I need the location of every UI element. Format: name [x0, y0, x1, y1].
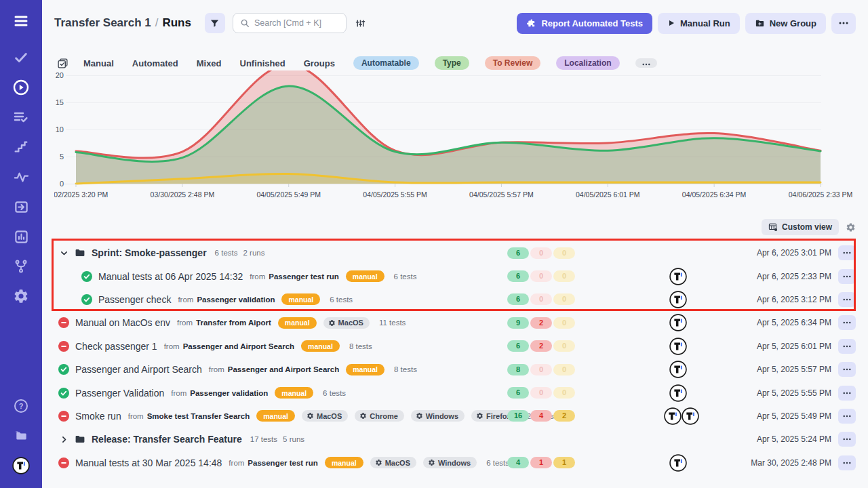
group-row[interactable]: Release: Transfer Search Feature17 tests…: [54, 428, 856, 451]
ellipsis-icon: [843, 392, 851, 394]
run-row[interactable]: Smoke runfromSmoke test Transfer Searchm…: [54, 405, 856, 428]
new-group-button[interactable]: New Group: [745, 13, 826, 34]
import-icon[interactable]: [11, 197, 31, 217]
run-source[interactable]: Passenger and Airport Search: [183, 342, 294, 350]
tab-groups[interactable]: Groups: [304, 58, 335, 68]
assignee-avatars: [669, 361, 687, 378]
group-title[interactable]: Sprint: Smoke-passenger: [92, 247, 207, 258]
run-row[interactable]: Passenger ValidationfromPassenger valida…: [54, 381, 856, 404]
play-circle-icon[interactable]: [11, 77, 31, 98]
ellipsis-icon: [843, 438, 851, 441]
passed-count: 6: [507, 340, 529, 352]
run-title[interactable]: Manual on MacOs env: [75, 317, 170, 328]
user-avatar-logo[interactable]: [11, 455, 31, 476]
run-source[interactable]: Passenger and Airport Search: [228, 365, 339, 373]
row-more-button[interactable]: [838, 339, 856, 354]
row-more-button[interactable]: [838, 245, 856, 260]
result-counts: 600: [507, 387, 575, 399]
run-title[interactable]: Passenger check: [98, 294, 171, 305]
run-date: Apr 6, 2025 3:01 PM: [757, 248, 831, 258]
analytics-icon[interactable]: [11, 226, 31, 247]
result-counts: 920: [507, 317, 575, 329]
status-failed-icon: [58, 411, 69, 422]
row-main: Manual tests at 30 Mar 2025 14:48fromPas…: [54, 457, 509, 468]
activity-icon[interactable]: [11, 167, 31, 187]
status-failed-icon: [58, 458, 69, 468]
manual-badge: manual: [325, 457, 363, 468]
run-row[interactable]: Passenger and Airport SearchfromPassenge…: [54, 358, 856, 381]
run-row[interactable]: Manual on MacOs envfromTransfer from Aip…: [54, 311, 856, 334]
view-settings-gear-icon[interactable]: [846, 222, 856, 232]
row-main: Passenger ValidationfromPassenger valida…: [54, 387, 346, 399]
menu-icon[interactable]: [11, 11, 31, 31]
svg-text:03/30/2025 2:48 PM: 03/30/2025 2:48 PM: [151, 190, 215, 199]
group-row[interactable]: Sprint: Smoke-passenger6 tests2 runs600A…: [54, 241, 856, 264]
report-automated-tests-button[interactable]: Report Automated Tests: [517, 13, 652, 34]
runs-list-icon[interactable]: [11, 107, 31, 127]
search-input[interactable]: [254, 18, 339, 28]
run-row[interactable]: Manual tests at 30 Mar 2025 14:48fromPas…: [54, 451, 856, 474]
run-title[interactable]: Passenger Validation: [75, 388, 164, 399]
run-title[interactable]: Manual tests at 06 Apr 2025 14:32: [98, 271, 243, 282]
filter-button[interactable]: [205, 13, 225, 33]
run-source[interactable]: Passenger validation: [197, 296, 275, 304]
chevron-right-icon[interactable]: [60, 435, 68, 444]
run-source[interactable]: Transfer from Aiport: [196, 319, 271, 327]
user-avatar: [669, 268, 687, 285]
check-icon[interactable]: [11, 47, 31, 68]
run-title[interactable]: Smoke run: [75, 411, 121, 422]
run-source[interactable]: Passenger test run: [248, 459, 318, 467]
result-counts: 1642: [507, 410, 575, 422]
settings-icon[interactable]: [11, 286, 31, 306]
run-title[interactable]: Passenger and Airport Search: [75, 364, 202, 375]
row-more-button[interactable]: [838, 455, 856, 470]
row-more-button[interactable]: [838, 269, 856, 284]
run-row[interactable]: Passenger checkfromPassenger validationm…: [54, 288, 856, 311]
run-source[interactable]: Passenger test run: [269, 272, 339, 281]
run-source[interactable]: Smoke test Transfer Search: [147, 412, 250, 420]
tag-localization[interactable]: Localization: [556, 56, 619, 70]
manual-badge: manual: [281, 293, 320, 305]
tags-more-button[interactable]: [635, 58, 657, 68]
skipped-count: 2: [553, 410, 575, 422]
header-more-button[interactable]: [831, 13, 856, 34]
row-more-button[interactable]: [838, 292, 856, 307]
tab-automated[interactable]: Automated: [132, 58, 178, 68]
row-more-button[interactable]: [838, 362, 856, 377]
run-row[interactable]: Check passenger 1fromPassenger and Airpo…: [54, 335, 856, 358]
run-date: Apr 5, 2025 6:34 PM: [757, 318, 831, 327]
row-main: Sprint: Smoke-passenger6 tests2 runs: [54, 247, 264, 258]
row-more-button[interactable]: [838, 386, 856, 401]
help-icon[interactable]: ?: [11, 396, 31, 416]
from-label: from: [229, 459, 244, 467]
run-title[interactable]: Check passenger 1: [75, 341, 157, 352]
group-title[interactable]: Release: Transfer Search Feature: [92, 434, 242, 445]
gear-icon: [307, 412, 314, 420]
run-row[interactable]: Manual tests at 06 Apr 2025 14:32fromPas…: [54, 264, 856, 287]
tag-automatable[interactable]: Automatable: [353, 56, 419, 70]
manual-badge: manual: [346, 364, 384, 375]
select-all-icon[interactable]: [57, 58, 68, 69]
run-title[interactable]: Manual tests at 30 Mar 2025 14:48: [75, 458, 222, 468]
tab-manual[interactable]: Manual: [83, 58, 114, 68]
tab-mixed[interactable]: Mixed: [197, 58, 222, 68]
custom-view-button[interactable]: Custom view: [762, 219, 839, 235]
library-icon[interactable]: [11, 426, 31, 446]
tab-unfinished[interactable]: Unfinished: [240, 58, 285, 68]
manual-run-button[interactable]: Manual Run: [658, 13, 740, 34]
row-more-button[interactable]: [838, 315, 856, 330]
branch-icon[interactable]: [11, 256, 31, 277]
adjustments-icon[interactable]: [355, 18, 366, 29]
env-chip-macos: MacOS: [302, 410, 348, 422]
chevron-down-icon[interactable]: [60, 249, 68, 258]
search-box[interactable]: [233, 13, 347, 33]
tag-type[interactable]: Type: [435, 56, 469, 70]
run-source[interactable]: Passenger validation: [190, 389, 268, 397]
result-counts: 600: [507, 270, 575, 282]
failed-count: 2: [530, 317, 552, 329]
status-passed-icon: [81, 271, 92, 282]
row-more-button[interactable]: [838, 432, 856, 447]
row-more-button[interactable]: [838, 409, 856, 424]
steps-icon[interactable]: [11, 137, 31, 157]
tag-to-review[interactable]: To Review: [485, 56, 540, 70]
